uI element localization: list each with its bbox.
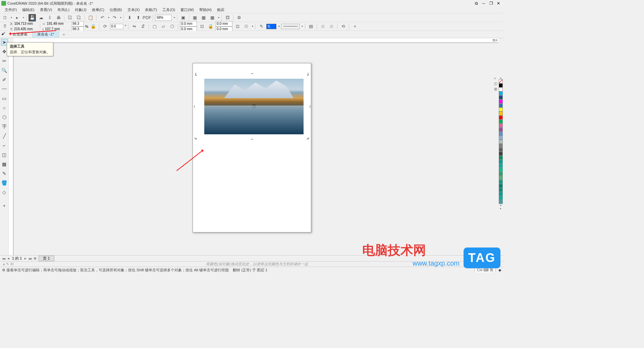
- redo-icon[interactable]: ↷: [111, 14, 118, 21]
- refresh-icon[interactable]: ⟲: [339, 23, 347, 30]
- menu-edit[interactable]: 编辑(E): [19, 7, 37, 12]
- shape3-icon[interactable]: ⬠: [168, 23, 176, 30]
- palette-eyedropper-icon[interactable]: ✎: [6, 262, 9, 266]
- rotate-handle-br[interactable]: ⤶: [306, 136, 310, 140]
- menu-object[interactable]: 对象(J): [72, 7, 89, 12]
- page-first-icon[interactable]: ⏮: [1, 256, 6, 261]
- page-prev-icon[interactable]: ◂: [6, 256, 11, 261]
- fill-tool-icon[interactable]: 🪣: [1, 180, 8, 186]
- zoom-tool-icon[interactable]: 🔍: [1, 67, 8, 74]
- swatch[interactable]: [499, 196, 503, 200]
- freehand-tool-icon[interactable]: ✐: [1, 76, 8, 83]
- swatch[interactable]: [499, 156, 503, 160]
- swatch[interactable]: [499, 140, 503, 144]
- save-icon[interactable]: 💾: [29, 14, 36, 21]
- swatch[interactable]: [499, 164, 503, 168]
- ungroup-icon[interactable]: ⊞: [319, 23, 326, 30]
- status-gear-icon[interactable]: ⚙: [2, 268, 5, 272]
- swatch[interactable]: [499, 188, 503, 192]
- print-icon[interactable]: 🖶: [55, 14, 62, 21]
- corner2-icon[interactable]: ⊡: [234, 23, 241, 30]
- snap-icon[interactable]: ▦: [200, 14, 207, 21]
- swatch[interactable]: [499, 91, 503, 95]
- swatch[interactable]: [499, 176, 503, 180]
- corner-icon[interactable]: ⊡: [198, 23, 206, 30]
- menu-view[interactable]: 查看(V): [37, 7, 55, 12]
- palette-scroll-down-icon[interactable]: ▾: [498, 204, 503, 207]
- fill-swatch[interactable]: 无: [266, 24, 276, 29]
- polygon-tool-icon[interactable]: ⬡: [1, 114, 8, 121]
- lock-icon[interactable]: 🔒: [207, 23, 214, 30]
- palette-scroll-up-icon[interactable]: ▴: [498, 76, 503, 79]
- rotation-input[interactable]: [110, 24, 123, 29]
- launch-icon[interactable]: ⚃: [224, 14, 231, 21]
- export-icon[interactable]: ⬆: [135, 14, 142, 21]
- new-doc-icon[interactable]: 🗋: [1, 14, 9, 21]
- add-button-icon[interactable]: +: [351, 23, 359, 30]
- mirror-h-icon[interactable]: ⇋: [130, 23, 138, 30]
- text-tool-icon[interactable]: 字: [1, 123, 8, 130]
- swatch-none[interactable]: [499, 79, 503, 83]
- options-icon[interactable]: ⚙: [235, 14, 243, 21]
- line-tool-icon[interactable]: ╱: [1, 133, 8, 139]
- swatch[interactable]: [499, 144, 503, 148]
- open-icon[interactable]: ▸: [13, 14, 21, 21]
- page-last-icon[interactable]: ⏭: [28, 256, 33, 261]
- cloud-down-icon[interactable]: ⇩: [46, 14, 53, 21]
- swatch[interactable]: [499, 87, 503, 91]
- wrap-icon[interactable]: ⦾: [243, 23, 250, 30]
- eyedropper-tool-icon[interactable]: ✎: [1, 170, 8, 177]
- skew-handle-right[interactable]: ↕: [309, 104, 311, 108]
- popout-button[interactable]: ⧉: [473, 1, 480, 6]
- menu-effect[interactable]: 效果(C): [89, 7, 107, 12]
- ellipse-tool-icon[interactable]: ○: [1, 105, 8, 111]
- object-origin-icon[interactable]: ⠿: [1, 23, 9, 30]
- menu-buy[interactable]: 购买: [214, 7, 227, 12]
- ungroup-all-icon[interactable]: ⊞: [328, 23, 335, 30]
- rotate-handle-tr[interactable]: ⤸: [306, 72, 310, 76]
- swatch[interactable]: [499, 148, 503, 152]
- swatch[interactable]: [499, 136, 503, 140]
- palette-flyout-icon[interactable]: ▸: [498, 207, 503, 210]
- outline-pen-icon[interactable]: ✎: [258, 23, 265, 30]
- menu-bitmap[interactable]: 位图(B): [107, 7, 125, 12]
- palette-nav-left-icon[interactable]: ◂: [3, 262, 5, 266]
- shape-icon[interactable]: ▢: [151, 23, 158, 30]
- rotate-handle-bl[interactable]: ⤷: [194, 136, 198, 140]
- grid-icon[interactable]: ▦: [191, 14, 199, 21]
- swatch[interactable]: [499, 99, 503, 103]
- horizontal-ruler[interactable]: 毫米: [13, 38, 498, 43]
- outline-top-input[interactable]: [180, 21, 197, 26]
- selected-bitmap[interactable]: [204, 79, 304, 134]
- skew-handle-top[interactable]: ↔: [251, 71, 254, 75]
- swatch[interactable]: [499, 168, 503, 172]
- swatch[interactable]: [499, 83, 503, 87]
- x-position-input[interactable]: [14, 21, 38, 26]
- menu-text[interactable]: 文本(X): [125, 7, 143, 12]
- swatch[interactable]: [499, 184, 503, 188]
- import-icon[interactable]: ⬇: [126, 14, 133, 21]
- menu-layout[interactable]: 布局(L): [55, 7, 72, 12]
- text-wrap-icon[interactable]: ▤: [307, 23, 315, 30]
- paste-icon[interactable]: ⿻: [75, 14, 83, 21]
- menu-window[interactable]: 窗口(W): [178, 7, 197, 12]
- swatch[interactable]: [499, 180, 503, 184]
- menu-help[interactable]: 帮助(H): [197, 7, 214, 12]
- swatch[interactable]: [499, 103, 503, 108]
- swatch[interactable]: [499, 192, 503, 196]
- color-picker-dock-icon[interactable]: 🖌: [1, 31, 5, 36]
- close-button[interactable]: ✕: [495, 1, 502, 6]
- swatch[interactable]: [499, 116, 503, 120]
- dock-color-icon[interactable]: ▥: [494, 87, 498, 91]
- scale-x-input[interactable]: [72, 21, 84, 26]
- canvas[interactable]: 毫米 ⤹ ⤸ ⤷ ⤶ ↔ ↔ ↕ ↕: [9, 38, 503, 255]
- status-fill-icon[interactable]: ◆: [498, 268, 501, 272]
- swatch[interactable]: [499, 200, 503, 204]
- outline-left-input[interactable]: [216, 21, 232, 26]
- effect-tool-icon[interactable]: ◫: [1, 151, 8, 158]
- page-add-icon[interactable]: ⊕: [33, 256, 37, 261]
- selection-bounds[interactable]: ⤹ ⤸ ⤷ ⤶ ↔ ↔ ↕ ↕: [195, 73, 310, 140]
- lock-ratio-icon[interactable]: 🔒: [90, 23, 97, 30]
- swatch[interactable]: [499, 172, 503, 176]
- page-tab-1[interactable]: 页 1: [39, 256, 54, 261]
